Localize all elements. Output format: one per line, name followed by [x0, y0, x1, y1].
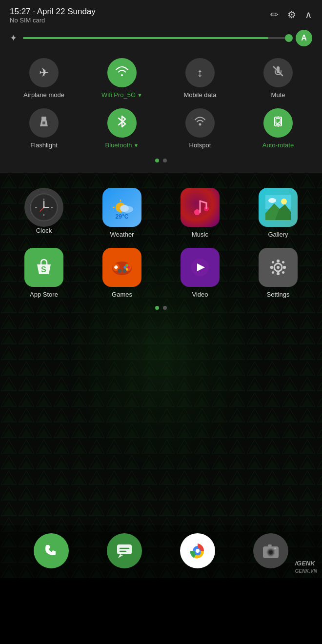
flashlight-btn[interactable]: [29, 108, 59, 138]
gallery-app-label: Gallery: [268, 231, 288, 238]
svg-point-54: [118, 269, 121, 273]
mobiledata-btn[interactable]: ↕: [185, 58, 215, 87]
svg-rect-64: [270, 266, 273, 269]
hotspot-btn[interactable]: [185, 108, 215, 138]
airplane-icon: ✈: [39, 66, 49, 80]
dock-camera[interactable]: [253, 533, 288, 568]
airplane-label: Airplane mode: [23, 91, 64, 99]
svg-point-41: [268, 198, 276, 203]
toggle-flashlight[interactable]: Flashlight: [5, 103, 83, 154]
svg-text:S: S: [41, 265, 46, 274]
svg-line-33: [200, 201, 206, 203]
appstore-app-icon: S: [24, 248, 63, 287]
music-app-icon: [181, 188, 220, 227]
flashlight-icon: [37, 115, 51, 131]
svg-rect-49: [115, 265, 117, 269]
mute-label: Mute: [271, 91, 285, 99]
app-item-settings[interactable]: Settings: [244, 248, 312, 298]
toggle-hotspot[interactable]: Hotspot: [161, 103, 239, 154]
svg-point-21: [43, 206, 45, 208]
home-screen: Clock 29°C Weather: [0, 173, 322, 578]
toggle-bluetooth[interactable]: Bluetooth ▼: [83, 103, 161, 154]
brightness-slider[interactable]: [23, 37, 290, 39]
app-item-video[interactable]: Video: [166, 248, 234, 298]
status-icons: ✏ ⚙ ∧: [270, 7, 312, 20]
messages-icon: [115, 542, 134, 560]
settings-app-icon: [259, 248, 298, 287]
wifi-label: Wifi Pro_5G: [101, 91, 136, 99]
games-app-label: Games: [112, 291, 132, 298]
dock-messages[interactable]: [107, 533, 142, 568]
mute-btn[interactable]: [263, 58, 293, 87]
svg-rect-62: [277, 260, 280, 262]
music-app-label: Music: [192, 231, 208, 238]
wifi-icon: [115, 65, 129, 80]
svg-rect-70: [117, 544, 132, 554]
gallery-app-icon: [259, 188, 298, 227]
svg-point-31: [194, 209, 200, 215]
toggle-mute[interactable]: Mute: [239, 53, 317, 103]
svg-point-77: [196, 549, 200, 553]
camera-icon: [262, 542, 280, 560]
svg-rect-3: [42, 121, 45, 124]
edit-icon[interactable]: ✏: [270, 9, 279, 20]
bluetooth-icon: [117, 114, 127, 132]
svg-point-50: [126, 264, 128, 267]
app-item-gallery[interactable]: Gallery: [244, 188, 312, 238]
toggle-autorotate[interactable]: Auto-rotate: [239, 103, 317, 154]
svg-point-51: [128, 266, 130, 269]
app-item-clock[interactable]: Clock: [10, 188, 78, 238]
svg-point-83: [274, 547, 276, 549]
toggle-mobiledata[interactable]: ↕ Mobile data: [161, 53, 239, 103]
svg-point-55: [122, 269, 126, 273]
svg-marker-71: [118, 554, 123, 558]
svg-point-4: [199, 123, 201, 126]
video-app-icon: [181, 248, 220, 287]
weather-app-icon: 29°C: [102, 188, 141, 227]
status-time: 15:27 · April 22 Sunday: [10, 7, 96, 17]
quick-settings-panel: 15:27 · April 22 Sunday No SIM card ✏ ⚙ …: [0, 0, 322, 173]
svg-point-61: [277, 266, 280, 269]
svg-rect-1: [41, 117, 46, 120]
toggles-grid: ✈ Airplane mode Wifi Pro_5G ▼: [0, 53, 322, 154]
mobiledata-label: Mobile data: [183, 91, 216, 99]
mute-icon: [271, 64, 285, 81]
page-dots-2: [0, 298, 322, 310]
status-bar: 15:27 · April 22 Sunday No SIM card ✏ ⚙ …: [0, 0, 322, 27]
collapse-icon[interactable]: ∧: [305, 9, 312, 20]
brightness-thumb: [285, 34, 293, 42]
settings-app-label: Settings: [267, 291, 290, 298]
svg-rect-82: [268, 544, 272, 546]
wifi-dropdown-arrow[interactable]: ▼: [137, 92, 142, 98]
app-grid: Clock 29°C Weather: [0, 173, 322, 298]
toggle-wifi[interactable]: Wifi Pro_5G ▼: [83, 53, 161, 103]
svg-rect-63: [277, 272, 280, 275]
appstore-app-label: App Store: [30, 291, 58, 298]
brightness-row: ✦ A: [0, 27, 322, 53]
app-item-appstore[interactable]: S App Store: [10, 248, 78, 298]
settings-icon[interactable]: ⚙: [287, 9, 296, 20]
wifi-label-wrap: Wifi Pro_5G ▼: [101, 91, 142, 99]
wifi-btn[interactable]: [107, 58, 137, 87]
dock-phone[interactable]: [34, 533, 69, 568]
app-item-games[interactable]: Games: [88, 248, 156, 298]
app-item-weather[interactable]: 29°C Weather: [88, 188, 156, 238]
dock-chrome[interactable]: [180, 533, 215, 568]
clock-app-icon: [24, 188, 63, 227]
autorotate-btn[interactable]: [263, 108, 293, 138]
bluetooth-dropdown-arrow[interactable]: ▼: [134, 142, 139, 148]
page-dot2-1: [155, 306, 159, 310]
dot-2: [163, 159, 167, 162]
status-left: 15:27 · April 22 Sunday No SIM card: [10, 7, 96, 24]
svg-rect-65: [283, 266, 286, 269]
autorotate-label: Auto-rotate: [262, 141, 294, 149]
bluetooth-label: Bluetooth: [105, 141, 132, 149]
toggle-airplane[interactable]: ✈ Airplane mode: [5, 53, 83, 103]
app-item-music[interactable]: Music: [166, 188, 234, 238]
page-dot2-2: [163, 306, 167, 310]
airplane-btn[interactable]: ✈: [29, 58, 59, 87]
svg-point-53: [124, 266, 126, 269]
phone-icon: [42, 542, 60, 560]
bluetooth-btn[interactable]: [107, 108, 137, 138]
avatar[interactable]: A: [296, 30, 312, 46]
